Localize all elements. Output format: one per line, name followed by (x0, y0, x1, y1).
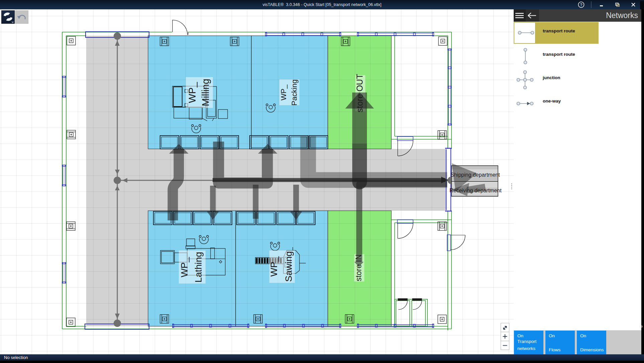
svg-text:Packing: Packing (290, 79, 298, 106)
svg-text:Milling: Milling (200, 79, 211, 106)
svg-text:WP_: WP_ (187, 82, 198, 103)
svg-text:one-way: one-way (543, 99, 561, 104)
svg-text:WP_: WP_ (179, 257, 189, 277)
svg-text:transport route: transport route (543, 28, 575, 33)
svg-text:Lathing: Lathing (193, 252, 204, 283)
svg-text:transport route: transport route (543, 52, 575, 57)
svg-text:junction: junction (542, 75, 560, 80)
svg-text:WP_: WP_ (269, 256, 279, 277)
svg-text:WP_: WP_ (279, 84, 288, 100)
svg-text:Networks: Networks (606, 11, 638, 20)
svg-text:?: ? (580, 3, 583, 7)
svg-text:Sawing: Sawing (283, 251, 294, 282)
